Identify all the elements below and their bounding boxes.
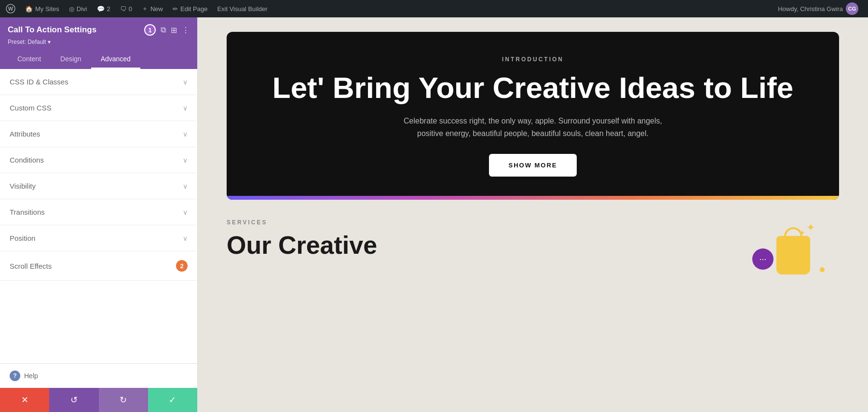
accordion-position-right: ∨ — [183, 234, 188, 242]
admin-bar-speech[interactable]: 🗨 0 — [116, 0, 136, 17]
accordion-position-header[interactable]: Position ∨ — [0, 225, 197, 251]
help-label[interactable]: Help — [24, 372, 38, 380]
accordion-scroll-effects-right: 2 — [176, 260, 188, 272]
speech-icon: 🗨 — [120, 5, 126, 13]
preset-selector[interactable]: Preset: Default ▾ — [8, 39, 190, 45]
accordion-list: CSS ID & Classes ∨ Custom CSS ∨ Attribut… — [0, 69, 197, 363]
panel-title: Call To Action Settings — [8, 25, 96, 35]
services-label: SERVICES — [227, 219, 723, 226]
divi-icon: ◎ — [69, 5, 74, 13]
plus-icon: ＋ — [142, 4, 148, 13]
panel-title-icons: 1 ⧉ ⊞ ⋮ — [144, 24, 190, 36]
hero-button[interactable]: SHOW MORE — [489, 154, 576, 177]
panel-header: Call To Action Settings 1 ⧉ ⊞ ⋮ Preset: … — [0, 17, 197, 69]
services-title: Our Creative — [227, 232, 723, 259]
accordion-conditions-label: Conditions — [10, 156, 44, 164]
tab-content[interactable]: Content — [8, 50, 51, 69]
accordion-attributes: Attributes ∨ — [0, 121, 197, 147]
panel-tabs: Content Design Advanced — [8, 50, 190, 69]
svg-text:W: W — [8, 6, 14, 12]
chevron-down-icon: ∨ — [183, 130, 188, 138]
hero-inner: INTRODUCTION Let' Bring Your Creative Id… — [227, 32, 839, 191]
chevron-down-icon: ∨ — [183, 104, 188, 112]
admin-bar-howdy[interactable]: Howdy, Christina Gwira CG — [774, 2, 862, 15]
admin-bar-edit-page[interactable]: ✏ Edit Page — [169, 0, 211, 17]
panel-title-row: Call To Action Settings 1 ⧉ ⊞ ⋮ — [8, 24, 190, 36]
accordion-conditions: Conditions ∨ — [0, 147, 197, 173]
admin-bar-comments[interactable]: 💬 2 — [93, 0, 114, 17]
admin-bar-divi[interactable]: ◎ Divi — [65, 0, 91, 17]
accordion-scroll-effects-header[interactable]: Scroll Effects 2 — [0, 251, 197, 280]
chat-bubble-icon: ··· — [752, 248, 773, 270]
accordion-conditions-header[interactable]: Conditions ∨ — [0, 147, 197, 173]
accordion-transitions: Transitions ∨ — [0, 199, 197, 225]
chevron-down-icon: ∨ — [183, 156, 188, 164]
action-bar: ✕ ↺ ↻ ✓ — [0, 388, 197, 412]
accordion-css-id-label: CSS ID & Classes — [10, 78, 68, 86]
save-button[interactable]: ✓ — [148, 388, 197, 412]
admin-bar-mysites[interactable]: 🏠 My Sites — [21, 0, 63, 17]
accordion-scroll-effects-label: Scroll Effects — [10, 262, 52, 270]
admin-bar-new[interactable]: ＋ New — [138, 0, 167, 17]
hero-intro-label: INTRODUCTION — [256, 56, 810, 63]
services-section: SERVICES Our Creative ··· ✦ ✦ — [227, 219, 839, 277]
accordion-transitions-header[interactable]: Transitions ∨ — [0, 199, 197, 225]
page-preview: INTRODUCTION Let' Bring Your Creative Id… — [198, 17, 868, 412]
dot-decoration — [820, 267, 825, 272]
tab-advanced[interactable]: Advanced — [91, 50, 140, 69]
hero-section: INTRODUCTION Let' Bring Your Creative Id… — [227, 32, 839, 200]
accordion-position: Position ∨ — [0, 225, 197, 251]
accordion-attributes-label: Attributes — [10, 130, 40, 138]
wordpress-icon[interactable]: W — [6, 4, 15, 14]
advanced-badge: 1 — [144, 24, 156, 36]
grid-icon[interactable]: ⊞ — [171, 26, 177, 35]
home-icon: 🏠 — [25, 5, 33, 13]
accordion-visibility-header[interactable]: Visibility ∨ — [0, 173, 197, 199]
more-icon[interactable]: ⋮ — [182, 26, 190, 35]
accordion-scroll-effects: Scroll Effects 2 — [0, 251, 197, 281]
undo-button[interactable]: ↺ — [49, 388, 98, 412]
redo-button[interactable]: ↻ — [99, 388, 148, 412]
hero-gradient-bar — [227, 196, 839, 200]
accordion-visibility-right: ∨ — [183, 182, 188, 190]
help-icon[interactable]: ? — [10, 371, 20, 381]
sparkle-icon: ✦ — [806, 221, 815, 234]
settings-panel: Call To Action Settings 1 ⧉ ⊞ ⋮ Preset: … — [0, 17, 198, 412]
accordion-css-id: CSS ID & Classes ∨ — [0, 69, 197, 95]
services-text: SERVICES Our Creative — [227, 219, 723, 259]
accordion-visibility: Visibility ∨ — [0, 173, 197, 199]
panel-footer: ? Help — [0, 363, 197, 388]
pencil-icon: ✏ — [173, 5, 178, 13]
hero-title: Let' Bring Your Creative Ideas to Life — [256, 71, 810, 104]
accordion-visibility-label: Visibility — [10, 182, 36, 190]
admin-bar-right: Howdy, Christina Gwira CG — [774, 2, 862, 15]
admin-bar-exit-builder[interactable]: Exit Visual Builder — [213, 0, 271, 17]
accordion-custom-css-label: Custom CSS — [10, 104, 52, 112]
chevron-down-icon: ∨ — [183, 234, 188, 242]
accordion-attributes-header[interactable]: Attributes ∨ — [0, 121, 197, 147]
star-icon: ✦ — [800, 229, 805, 236]
chevron-down-icon: ∨ — [183, 182, 188, 190]
copy-icon[interactable]: ⧉ — [161, 26, 166, 34]
chevron-down-icon: ∨ — [183, 78, 188, 86]
accordion-transitions-right: ∨ — [183, 208, 188, 216]
accordion-custom-css-header[interactable]: Custom CSS ∨ — [0, 95, 197, 121]
tab-design[interactable]: Design — [51, 50, 91, 69]
accordion-custom-css-right: ∨ — [183, 104, 188, 112]
bag-illustration — [776, 236, 810, 275]
accordion-custom-css: Custom CSS ∨ — [0, 95, 197, 121]
accordion-transitions-label: Transitions — [10, 208, 45, 216]
accordion-css-id-right: ∨ — [183, 78, 188, 86]
cancel-button[interactable]: ✕ — [0, 388, 49, 412]
comment-icon: 💬 — [97, 5, 105, 13]
avatar: CG — [846, 2, 858, 15]
accordion-css-id-header[interactable]: CSS ID & Classes ∨ — [0, 69, 197, 95]
accordion-position-label: Position — [10, 234, 35, 242]
accordion-conditions-right: ∨ — [183, 156, 188, 164]
main-area: Call To Action Settings 1 ⧉ ⊞ ⋮ Preset: … — [0, 17, 868, 412]
scroll-effects-badge: 2 — [176, 260, 188, 272]
hero-subtitle: Celebrate success right, the only way, a… — [398, 115, 668, 139]
admin-bar: W 🏠 My Sites ◎ Divi 💬 2 🗨 0 ＋ New ✏ Edit… — [0, 0, 868, 17]
chevron-down-icon: ∨ — [183, 208, 188, 216]
accordion-attributes-right: ∨ — [183, 130, 188, 138]
